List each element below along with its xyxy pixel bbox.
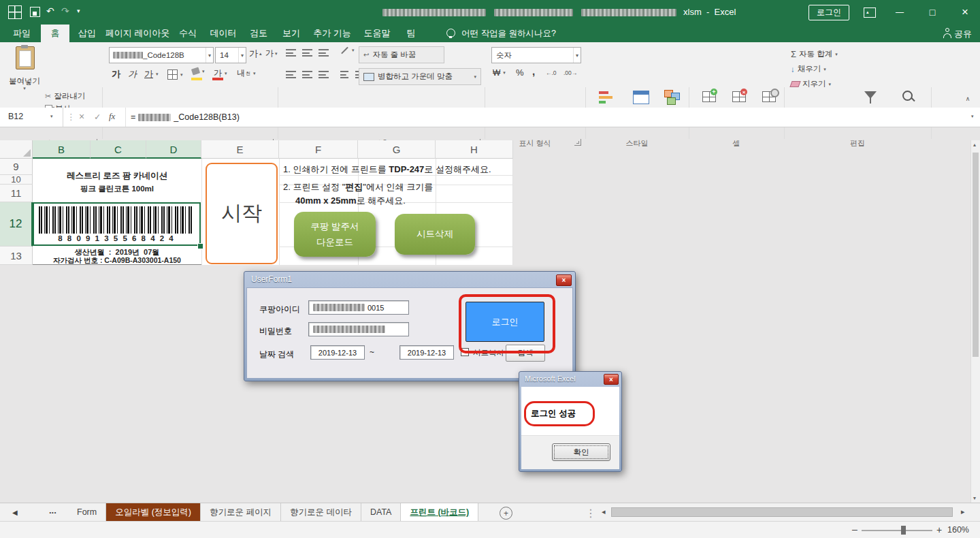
autosum-button[interactable]: Σ 자동 합계 ▾ xyxy=(791,49,838,59)
start-button[interactable]: 시작 xyxy=(206,163,278,264)
tab-view[interactable]: 보기 xyxy=(276,25,306,42)
tab-team[interactable]: 팀 xyxy=(399,25,423,42)
shrink-font-button[interactable]: 가▾ xyxy=(265,48,278,59)
minimize-button[interactable]: — xyxy=(885,0,915,25)
tab-data[interactable]: 데이터 xyxy=(206,25,241,42)
align-top-button[interactable] xyxy=(286,49,296,57)
col-header-D[interactable]: D xyxy=(146,140,201,159)
new-sheet-icon[interactable]: + xyxy=(500,507,512,520)
date-from-input[interactable]: 2019-12-13 xyxy=(310,345,365,360)
borders-button[interactable]: ▾ xyxy=(167,69,183,80)
enter-entry-icon[interactable]: ✓ xyxy=(94,112,101,122)
col-header-B[interactable]: B xyxy=(33,140,91,159)
fill-color-button[interactable]: ▾ xyxy=(192,68,205,74)
row-header-11[interactable]: 11 xyxy=(0,185,33,202)
maximize-button[interactable]: □ xyxy=(917,0,947,25)
decrease-indent-button[interactable] xyxy=(340,71,348,78)
align-center-button[interactable] xyxy=(302,71,312,78)
fill-button[interactable]: ↓ 채우기 ▾ xyxy=(791,64,826,74)
cut-button[interactable]: ✂ 잘라내기 xyxy=(45,91,85,101)
align-bottom-button[interactable] xyxy=(318,49,329,57)
phonetic-button[interactable]: 내 천 ▾ xyxy=(237,67,256,79)
align-right-button[interactable] xyxy=(318,71,329,78)
col-header-G[interactable]: G xyxy=(358,140,436,159)
tab-file[interactable]: 파일 xyxy=(5,25,38,42)
date-to-input[interactable]: 2019-12-13 xyxy=(399,345,454,360)
italic-button[interactable]: 가 xyxy=(128,68,137,80)
row-header-10[interactable]: 10 xyxy=(0,175,33,185)
wrap-text-button[interactable]: ↩ 자동 줄 바꿈 xyxy=(359,46,444,63)
align-middle-button[interactable] xyxy=(302,49,312,57)
grow-font-button[interactable]: 가▴ xyxy=(249,48,262,60)
formula-input[interactable]: = _Code128B(B13) xyxy=(131,108,947,127)
sheet-tab-oillabel[interactable]: 오일라벨 (정보입력) xyxy=(106,503,201,522)
accounting-format-button[interactable]: ₩ ▾ xyxy=(493,68,506,78)
sheet-tab-data-kr[interactable]: 향기로운 데이타 xyxy=(281,503,361,522)
zoom-level[interactable]: 160% xyxy=(947,525,969,535)
row-header-13[interactable]: 13 xyxy=(0,247,33,265)
zoom-slider-thumb[interactable] xyxy=(901,526,906,535)
tab-home[interactable]: 홈 xyxy=(41,25,69,42)
password-input[interactable] xyxy=(308,322,409,336)
collapse-ribbon-icon[interactable]: ∧ xyxy=(961,94,975,104)
paste-button[interactable]: 붙여넣기 ▾ xyxy=(7,45,42,94)
sheet-more-icon[interactable]: ... xyxy=(49,505,56,516)
coupang-id-input[interactable]: 0015 xyxy=(308,300,409,315)
zoom-slider-track[interactable] xyxy=(862,530,932,531)
bold-button[interactable]: 가 xyxy=(112,68,120,80)
underline-button[interactable]: 가 ▾ xyxy=(144,68,159,80)
sheet-tab-print-barcode[interactable]: 프린트 (바코드) xyxy=(401,503,478,522)
delete-sheet-button[interactable]: 시트삭제 xyxy=(395,214,475,255)
coupang-download-button[interactable]: 쿠팡 발주서 다운로드 xyxy=(294,212,376,257)
orientation-button[interactable]: ▾ xyxy=(340,48,355,53)
percent-style-button[interactable]: % xyxy=(516,67,524,78)
hscroll-left-icon[interactable]: ◂ xyxy=(602,507,606,516)
font-name-combo[interactable]: _Code128B ▾ xyxy=(109,47,214,63)
tab-review[interactable]: 검토 xyxy=(244,25,274,42)
userform-close-icon[interactable]: × xyxy=(556,274,572,286)
msgbox-ok-button[interactable]: 확인 xyxy=(552,443,610,461)
close-button[interactable]: × xyxy=(950,0,980,25)
merge-center-button[interactable]: 병합하고 가운데 맞춤 ▾ xyxy=(359,68,481,85)
vertical-scrollbar[interactable]: ▴ ▾ xyxy=(970,140,980,503)
cancel-entry-icon[interactable]: × xyxy=(79,111,84,122)
msgbox-close-icon[interactable]: × xyxy=(604,374,619,385)
decrease-decimal-button[interactable]: .00→ xyxy=(564,69,577,76)
row-header-12[interactable]: 12 xyxy=(0,202,33,247)
insert-function-icon[interactable]: fx xyxy=(109,111,115,122)
ribbon-display-options-icon[interactable]: ▴ xyxy=(864,7,876,18)
share-button[interactable]: 공유 xyxy=(954,28,972,40)
tab-page-layout[interactable]: 페이지 레이아웃 xyxy=(105,25,170,42)
increase-decimal-button[interactable]: ←.0 xyxy=(546,69,557,76)
tab-insert[interactable]: 삽입 xyxy=(72,25,102,42)
zoom-out-icon[interactable]: – xyxy=(852,524,858,535)
sheet-tab-page[interactable]: 향기로운 페이지 xyxy=(201,503,281,522)
vscroll-thumb[interactable] xyxy=(973,153,979,357)
vscroll-up-icon[interactable]: ▴ xyxy=(973,142,976,148)
expand-formula-bar-icon[interactable]: ▾ xyxy=(971,114,974,119)
hscroll-thumb[interactable] xyxy=(611,507,953,517)
font-size-combo[interactable]: 14 ▾ xyxy=(215,47,246,63)
tab-addins[interactable]: 추가 기능 xyxy=(309,25,355,42)
col-header-C[interactable]: C xyxy=(91,140,146,159)
undo-icon[interactable]: ↶ xyxy=(46,5,54,16)
number-format-combo[interactable]: 숫자 ▾ xyxy=(491,47,581,63)
name-box-dropdown-icon[interactable]: ▾ xyxy=(50,114,53,119)
tab-formulas[interactable]: 수식 xyxy=(173,25,203,42)
row-header-9[interactable]: 9 xyxy=(0,159,33,175)
sheet-tab-data[interactable]: DATA xyxy=(361,503,401,522)
vscroll-down-icon[interactable]: ▾ xyxy=(973,495,976,501)
zoom-in-icon[interactable]: + xyxy=(936,524,942,535)
clear-button[interactable]: 지우기 ▾ xyxy=(791,79,831,89)
sheet-tab-form[interactable]: Form xyxy=(68,503,106,522)
hscroll-right-icon[interactable]: ▸ xyxy=(961,507,965,516)
sheet-prev-icon[interactable]: ◀ xyxy=(12,509,18,516)
col-header-F[interactable]: F xyxy=(279,140,358,159)
comma-style-button[interactable]: , xyxy=(532,65,535,77)
name-box[interactable]: B12 ▾ xyxy=(0,108,63,127)
save-icon[interactable] xyxy=(30,7,40,17)
col-header-H[interactable]: H xyxy=(436,140,513,159)
tell-me-box[interactable]: 어떤 작업을 원하시나요? xyxy=(461,28,556,39)
titlebar-login-button[interactable]: 로그인 xyxy=(808,5,849,20)
col-header-E[interactable]: E xyxy=(201,140,279,159)
